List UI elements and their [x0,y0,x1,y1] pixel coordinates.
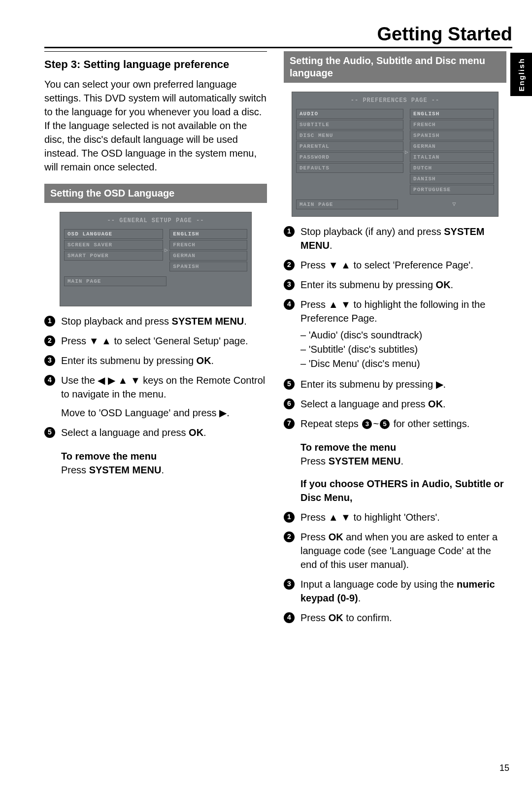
osd-screenshot: -- GENERAL SETUP PAGE -- OSD LANGUAGE SC… [60,212,252,306]
page-number: 15 [499,763,509,773]
section-bar-pref: Setting the Audio, Subtitle and Disc men… [284,51,506,83]
right-column: Setting the Audio, Subtitle and Disc men… [284,51,506,634]
pref-steps-list: 1Stop playback (if any) and press SYSTEM… [284,225,506,431]
others-steps-list: 1Press ▲ ▼ to highlight 'Others'. 2Press… [284,510,506,625]
pref-screenshot: -- PREFERENCES PAGE -- AUDIO SUBTITLE DI… [292,92,499,217]
osd-steps-list: 1Stop playback and press SYSTEM MENU. 2P… [44,314,267,439]
language-tab: English [510,53,532,96]
step-heading: Step 3: Setting language preference [44,58,267,71]
intro-paragraph: You can select your own preferred langua… [44,77,267,174]
left-column: Step 3: Setting language preference You … [44,51,267,634]
section-bar-osd: Setting the OSD Language [44,184,267,203]
page-title: Getting Started [44,24,512,48]
